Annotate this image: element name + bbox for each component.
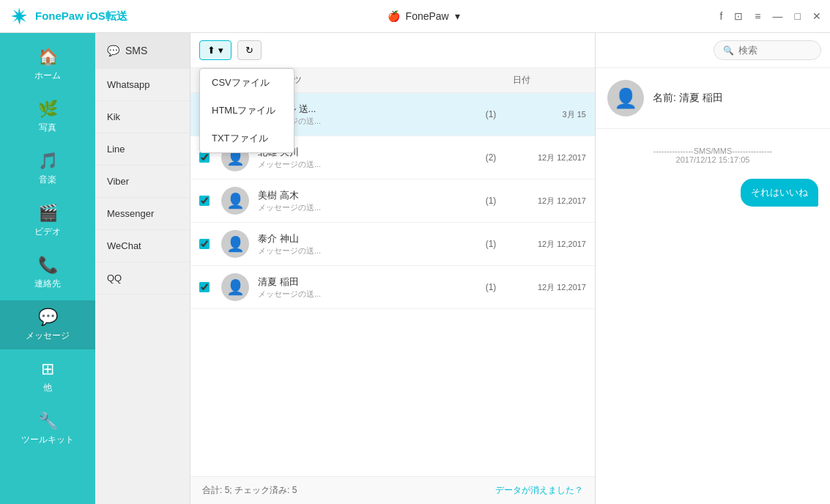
table-row[interactable]: 👤 泰介 神山 メッセージの送... (1) 12月 12,2017 bbox=[190, 223, 595, 266]
sidebar-label-music: 音楽 bbox=[39, 174, 56, 186]
sidebar-item-photos[interactable]: 🌿 写真 bbox=[0, 92, 95, 141]
detail-contact-name: 名前: 清夏 稲田 bbox=[653, 92, 723, 105]
maximize-button[interactable]: □ bbox=[795, 10, 801, 22]
avatar: 👤 bbox=[221, 273, 249, 301]
data-lost-link[interactable]: データが消えました？ bbox=[495, 484, 583, 497]
toolkit-icon: 🔧 bbox=[38, 412, 58, 431]
header-date: 日付 bbox=[513, 74, 586, 86]
table-row[interactable]: 👤 清夏 稲田 メッセージの送... (1) 12月 12,2017 bbox=[190, 266, 595, 309]
msg-info: 美樹 高木 メッセージの送... bbox=[258, 189, 469, 213]
sidebar-label-messages: メッセージ bbox=[26, 330, 70, 342]
sidebar-item-other[interactable]: ⊞ 他 bbox=[0, 352, 95, 401]
msg-count-5: (1) bbox=[469, 282, 513, 292]
message-footer: 合計: 5; チェック済み: 5 データが消えました？ bbox=[190, 476, 595, 504]
detail-messages: ---------------SMS/MMS--------------- 20… bbox=[596, 129, 830, 504]
sidebar-item-music[interactable]: 🎵 音楽 bbox=[0, 144, 95, 193]
wechat-label: WeChat bbox=[107, 240, 141, 251]
export-icon: ⬆ bbox=[207, 45, 215, 56]
contacts-icon: 📞 bbox=[38, 256, 58, 275]
system-message: ---------------SMS/MMS--------------- 20… bbox=[607, 147, 818, 164]
msg-count-3: (1) bbox=[469, 196, 513, 206]
sidebar-label-contacts: 連絡先 bbox=[34, 278, 61, 290]
title-bar: FonePaw iOS転送 🍎 FonePaw ▾ f ⊡ ≡ — □ ✕ bbox=[0, 0, 830, 33]
dropdown-html[interactable]: HTMLファイル bbox=[200, 97, 294, 125]
row-checkbox-5[interactable] bbox=[199, 282, 210, 292]
category-item-whatsapp[interactable]: Whatsapp bbox=[95, 69, 190, 101]
sidebar-item-contacts[interactable]: 📞 連絡先 bbox=[0, 248, 95, 297]
avatar: 👤 bbox=[221, 187, 249, 215]
other-icon: ⊞ bbox=[41, 360, 54, 379]
row-checkbox-4[interactable] bbox=[199, 239, 210, 249]
row-checkbox-3[interactable] bbox=[199, 196, 210, 206]
minimize-button[interactable]: — bbox=[773, 10, 783, 22]
chevron-down-icon[interactable]: ▾ bbox=[455, 10, 460, 22]
dropdown-txt[interactable]: TXTファイル bbox=[200, 125, 294, 152]
msg-preview-5: メッセージの送... bbox=[258, 289, 469, 300]
sidebar-item-home[interactable]: 🏠 ホーム bbox=[0, 40, 95, 89]
app-title: FonePaw iOS転送 bbox=[35, 10, 127, 23]
sms-label: SMS bbox=[125, 45, 147, 56]
sidebar-item-video[interactable]: 🎬 ビデオ bbox=[0, 196, 95, 245]
msg-name-5: 清夏 稲田 bbox=[258, 275, 469, 289]
photos-icon: 🌿 bbox=[38, 100, 58, 119]
kik-label: Kik bbox=[107, 111, 120, 122]
sidebar-item-toolkit[interactable]: 🔧 ツールキット bbox=[0, 404, 95, 453]
main-content: 🏠 ホーム 🌿 写真 🎵 音楽 🎬 ビデオ 📞 連絡先 💬 メッセージ ⊞ 他 bbox=[0, 33, 830, 504]
refresh-icon: ↻ bbox=[245, 45, 253, 56]
refresh-button[interactable]: ↻ bbox=[237, 40, 262, 60]
sms-icon: 💬 bbox=[107, 45, 119, 56]
message-icon[interactable]: ⊡ bbox=[734, 10, 743, 22]
row-checkbox-2[interactable] bbox=[199, 152, 210, 163]
msg-date-2: 12月 12,2017 bbox=[513, 152, 586, 163]
category-item-wechat[interactable]: WeChat bbox=[95, 230, 190, 262]
home-icon: 🏠 bbox=[38, 48, 58, 67]
messages-icon: 💬 bbox=[38, 308, 58, 327]
title-bar-right: f ⊡ ≡ — □ ✕ bbox=[719, 10, 821, 22]
category-item-messenger[interactable]: Messenger bbox=[95, 198, 190, 230]
category-sms-header[interactable]: 💬 SMS bbox=[95, 33, 190, 69]
sidebar-label-other: 他 bbox=[43, 382, 52, 394]
category-item-line[interactable]: Line bbox=[95, 133, 190, 166]
facebook-icon[interactable]: f bbox=[719, 10, 722, 22]
app-logo-icon bbox=[9, 6, 29, 26]
dropdown-menu: CSVファイル HTMLファイル TXTファイル bbox=[199, 68, 294, 153]
detail-header: 👤 名前: 清夏 稲田 bbox=[596, 68, 830, 129]
search-box[interactable]: 🔍 bbox=[714, 40, 821, 60]
device-name: FonePaw bbox=[406, 10, 449, 22]
msg-info: 泰介 神山 メッセージの送... bbox=[258, 232, 469, 256]
search-input[interactable] bbox=[738, 45, 812, 56]
msg-name-3: 美樹 高木 bbox=[258, 189, 469, 202]
msg-date-3: 12月 12,2017 bbox=[513, 196, 586, 207]
sidebar-label-video: ビデオ bbox=[34, 226, 61, 238]
header-count bbox=[469, 74, 513, 86]
whatsapp-label: Whatsapp bbox=[107, 79, 150, 90]
message-bubble-right: それはいいね bbox=[741, 179, 818, 207]
category-panel: 💬 SMS Whatsapp Kik Line Viber Messenger … bbox=[95, 33, 190, 504]
footer-summary: 合計: 5; チェック済み: 5 bbox=[202, 484, 297, 497]
msg-preview-2: メッセージの送... bbox=[258, 159, 469, 170]
sidebar: 🏠 ホーム 🌿 写真 🎵 音楽 🎬 ビデオ 📞 連絡先 💬 メッセージ ⊞ 他 bbox=[0, 33, 95, 504]
sidebar-item-messages[interactable]: 💬 メッセージ bbox=[0, 300, 95, 349]
category-item-viber[interactable]: Viber bbox=[95, 166, 190, 198]
msg-date-5: 12月 12,2017 bbox=[513, 282, 586, 293]
video-icon: 🎬 bbox=[38, 204, 58, 223]
msg-count-4: (1) bbox=[469, 239, 513, 249]
sidebar-label-photos: 写真 bbox=[39, 122, 56, 134]
msg-name-4: 泰介 神山 bbox=[258, 232, 469, 245]
detail-panel: 🔍 👤 名前: 清夏 稲田 ---------------SMS/MMS----… bbox=[596, 33, 830, 504]
table-row[interactable]: 👤 美樹 高木 メッセージの送... (1) 12月 12,2017 bbox=[190, 179, 595, 223]
category-item-kik[interactable]: Kik bbox=[95, 101, 190, 133]
sidebar-label-home: ホーム bbox=[34, 70, 61, 82]
dropdown-csv[interactable]: CSVファイル bbox=[200, 69, 294, 97]
qq-label: QQ bbox=[107, 273, 122, 284]
messenger-label: Messenger bbox=[107, 208, 154, 219]
msg-preview-4: メッセージの送... bbox=[258, 245, 469, 256]
export-button[interactable]: ⬆ ▾ bbox=[199, 40, 231, 60]
title-bar-center: 🍎 FonePaw ▾ bbox=[388, 10, 460, 22]
close-button[interactable]: ✕ bbox=[812, 10, 821, 22]
category-item-qq[interactable]: QQ bbox=[95, 262, 190, 294]
menu-icon[interactable]: ≡ bbox=[755, 10, 760, 22]
export-dropdown: ⬆ ▾ CSVファイル HTMLファイル TXTファイル bbox=[199, 40, 231, 60]
apple-icon: 🍎 bbox=[388, 10, 400, 22]
detail-avatar: 👤 bbox=[607, 80, 644, 116]
